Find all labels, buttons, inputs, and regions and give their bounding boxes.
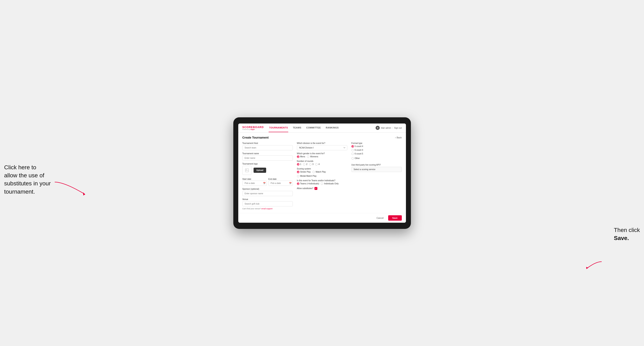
scoring-medal-option[interactable]: Medal Match Play	[297, 175, 316, 177]
event-type-radio-group: Teams (+Individuals) Individuals Only	[297, 182, 347, 185]
tournament-logo-label: Tournament logo	[242, 163, 293, 165]
sponsor-input[interactable]	[242, 191, 293, 196]
navbar: SCOREBOARD Powered by clippd TOURNAMENTS…	[238, 124, 406, 133]
nav-username: blair admin	[381, 127, 391, 129]
event-individuals-option[interactable]: Individuals Only	[321, 182, 338, 185]
logo-text: SCOREBOARD	[242, 126, 264, 129]
venue-email-link[interactable]: email support	[262, 208, 272, 210]
scoring-group: Scoring system Stroke Play Match Play	[297, 168, 347, 177]
scoring-medal-radio[interactable]	[297, 175, 300, 177]
upload-button[interactable]: Upload	[254, 168, 266, 173]
end-date-input[interactable]	[268, 181, 293, 186]
gender-label: Which gender is the event for?	[297, 152, 347, 155]
rounds-4-radio[interactable]	[315, 163, 318, 166]
format-label: Format type	[352, 142, 402, 144]
sponsor-group: Sponsor (optional)	[242, 188, 293, 196]
nav-user: B blair admin | Sign out	[376, 126, 402, 130]
logo-placeholder	[242, 166, 252, 175]
division-label: Which division is the event for?	[297, 142, 347, 144]
nav-committee[interactable]: COMMITTEE	[306, 124, 321, 132]
scoring-match-radio[interactable]	[312, 171, 315, 173]
format-group: Format type 5 count 4 6 count 4	[352, 142, 402, 160]
gender-radio-group: Mens Womens	[297, 156, 347, 158]
sponsor-label: Sponsor (optional)	[242, 188, 293, 190]
gender-womens-option[interactable]: Womens	[307, 156, 318, 158]
gender-womens-radio[interactable]	[307, 156, 309, 158]
tournament-host-input[interactable]	[242, 145, 293, 150]
annotation-right-line1: Then click	[614, 227, 640, 233]
tournament-name-input[interactable]	[242, 156, 293, 161]
powered-by: Powered by clippd	[242, 129, 264, 130]
scoring-service-select[interactable]: Select a scoring service Select & scorin…	[352, 167, 402, 172]
start-date-group: Start date 📅	[242, 177, 267, 186]
gender-mens-option[interactable]: Mens	[297, 156, 305, 158]
rounds-1-radio[interactable]	[297, 163, 300, 166]
tournament-name-group: Tournament name	[242, 152, 293, 161]
page-header: Create Tournament ‹ Back	[242, 136, 402, 139]
rounds-2-radio[interactable]	[303, 163, 306, 166]
rounds-1-option[interactable]: 1	[297, 163, 302, 166]
dates-group: Start date 📅 End date 📅	[242, 177, 293, 186]
division-select[interactable]: NCAA Division I	[297, 145, 347, 150]
format-6count4-option[interactable]: 6 count 4	[352, 149, 402, 151]
tournament-host-group: Tournament Host	[242, 142, 293, 150]
start-date-wrap: 📅	[242, 181, 267, 186]
start-date-input[interactable]	[242, 181, 267, 186]
division-group: Which division is the event for? NCAA Di…	[297, 142, 347, 150]
logo-scoreboard: SCORE	[242, 126, 253, 129]
format-5count4-radio[interactable]	[352, 145, 354, 148]
format-other-option[interactable]: Other	[352, 157, 402, 160]
svg-point-2	[246, 169, 247, 170]
scoring-label: Scoring system	[297, 168, 347, 170]
format-5count4-option[interactable]: 5 count 4	[352, 145, 402, 148]
nav-teams[interactable]: TEAMS	[292, 124, 302, 132]
gender-group: Which gender is the event for? Mens Wome…	[297, 152, 347, 158]
form-grid: Tournament Host Tournament name Tourname…	[242, 142, 402, 210]
format-options: 5 count 4 6 count 4 6 count 5	[352, 145, 402, 160]
end-date-label: End date	[268, 178, 277, 180]
rounds-2-option[interactable]: 2	[303, 163, 308, 166]
sign-out-link[interactable]: Sign out	[394, 127, 402, 129]
nav-rankings[interactable]: RANKINGS	[326, 124, 339, 132]
nav-tournaments[interactable]: TOURNAMENTS	[269, 124, 288, 132]
back-button[interactable]: ‹ Back	[395, 136, 402, 139]
format-other-radio[interactable]	[352, 157, 354, 160]
event-individuals-radio[interactable]	[321, 182, 323, 185]
format-6count4-radio[interactable]	[352, 149, 354, 151]
annotation-left: Click here toallow the use ofsubstitutes…	[4, 163, 51, 196]
format-6count5-option[interactable]: 6 count 5	[352, 153, 402, 155]
save-button[interactable]: Save	[388, 215, 402, 221]
venue-note-text: Can't find your venue?	[242, 208, 261, 210]
date-row: Start date 📅 End date 📅	[242, 177, 293, 186]
scoring-radio-group: Stroke Play Match Play Medal Match Play	[297, 171, 347, 177]
scoring-stroke-radio[interactable]	[297, 171, 300, 173]
substitutes-label: Allow substitutes?	[297, 187, 314, 189]
tournament-name-label: Tournament name	[242, 152, 293, 155]
scoring-stroke-option[interactable]: Stroke Play	[297, 171, 311, 173]
start-date-label: Start date	[242, 178, 251, 180]
substitutes-checkbox[interactable]	[314, 187, 317, 190]
event-teams-option[interactable]: Teams (+Individuals)	[297, 182, 319, 185]
event-teams-radio[interactable]	[297, 182, 300, 185]
cancel-button[interactable]: Cancel	[374, 215, 386, 220]
rounds-3-option[interactable]: 3	[309, 163, 314, 166]
nav-logo: SCOREBOARD Powered by clippd	[242, 126, 264, 130]
nav-links: TOURNAMENTS TEAMS COMMITTEE RANKINGS	[269, 124, 376, 132]
rounds-4-option[interactable]: 4	[315, 163, 320, 166]
nav-divider: |	[392, 127, 393, 129]
nav-avatar: B	[376, 126, 380, 130]
format-6count5-radio[interactable]	[352, 153, 354, 155]
end-date-wrap: 📅	[268, 181, 293, 186]
form-col-right: Format type 5 count 4 6 count 4	[352, 142, 402, 210]
tablet-screen: SCOREBOARD Powered by clippd TOURNAMENTS…	[238, 124, 406, 223]
substitutes-group: Allow substitutes?	[297, 187, 347, 190]
venue-input[interactable]	[242, 201, 293, 206]
rounds-3-radio[interactable]	[309, 163, 312, 166]
venue-note: Can't find your venue? email support	[242, 208, 293, 210]
scoring-api-label: Use third-party live scoring API?	[352, 164, 402, 166]
gender-mens-radio[interactable]	[297, 156, 300, 158]
event-type-group: Is this event for Teams and/or Individua…	[297, 179, 347, 185]
scoring-match-option[interactable]: Match Play	[312, 171, 326, 173]
tournament-host-label: Tournament Host	[242, 142, 293, 144]
substitutes-checkbox-group: Allow substitutes?	[297, 187, 347, 190]
